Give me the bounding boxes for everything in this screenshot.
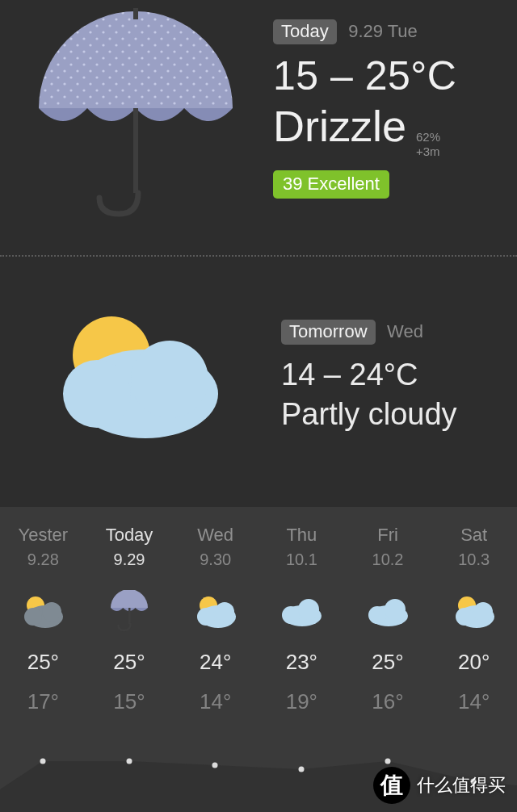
forecast-day-label: Sat: [431, 525, 517, 546]
svg-point-8: [131, 341, 208, 418]
forecast-day-label: Wed: [172, 525, 258, 546]
tomorrow-header: Tomorrow Wed: [281, 320, 501, 345]
umbrella-icon: [23, 3, 249, 229]
forecast-day[interactable]: Thu10.123°19°: [258, 520, 345, 812]
today-panel: Today 9.29 Tue 15 – 25°C Drizzle 62% +3m…: [0, 0, 517, 255]
forecast-low: 15°: [86, 689, 173, 714]
partly-cloudy-dark-icon: [0, 588, 86, 634]
tomorrow-condition: Partly cloudy: [281, 397, 501, 432]
forecast-high: 20°: [431, 650, 517, 675]
partly-cloudy-icon: [172, 588, 258, 634]
forecast-high: 25°: [86, 650, 173, 675]
tomorrow-badge: Tomorrow: [281, 320, 376, 345]
forecast-day[interactable]: Wed9.3024°14°: [172, 520, 258, 812]
cloud-icon: [345, 588, 431, 634]
forecast-high: 23°: [258, 650, 345, 675]
svg-point-12: [42, 602, 61, 622]
svg-rect-4: [133, 108, 138, 193]
cloud-icon: [258, 588, 345, 634]
forecast-low: 16°: [345, 689, 431, 714]
tomorrow-temp-range: 14 – 24°C: [281, 358, 501, 392]
watermark-text: 什么值得买: [417, 773, 506, 797]
svg-point-20: [298, 599, 319, 620]
aqi-badge[interactable]: 39 Excellent: [273, 170, 389, 199]
svg-rect-13: [128, 608, 131, 624]
today-badge: Today: [273, 19, 337, 44]
forecast-low: 14°: [172, 689, 258, 714]
today-header: Today 9.29 Tue: [273, 19, 501, 44]
svg-point-19: [282, 606, 300, 624]
forecast-day-label: Today: [86, 525, 173, 546]
watermark-logo: 值: [373, 767, 410, 804]
today-date: 9.29 Tue: [348, 21, 418, 41]
forecast-low: 17°: [0, 689, 86, 714]
forecast-day-date: 9.28: [0, 550, 86, 569]
forecast-day-date: 9.29: [86, 550, 173, 569]
today-condition: Drizzle: [273, 101, 406, 151]
forecast-day-date: 9.30: [172, 550, 258, 569]
forecast-day-date: 10.2: [345, 550, 431, 569]
forecast-day-label: Thu: [258, 525, 345, 546]
forecast-day[interactable]: Yester9.2825°17°: [0, 520, 86, 812]
forecast-day-date: 10.3: [431, 550, 517, 569]
forecast-low: 19°: [258, 689, 345, 714]
svg-rect-3: [133, 8, 138, 19]
tomorrow-day: Wed: [387, 321, 423, 341]
today-humidity: 62%: [416, 130, 440, 144]
svg-point-11: [24, 608, 42, 626]
svg-point-27: [473, 602, 493, 622]
forecast-day-label: Yester: [0, 525, 86, 546]
svg-point-23: [385, 599, 406, 620]
forecast-high: 25°: [0, 650, 86, 675]
today-temp-range: 15 – 25°C: [273, 52, 501, 99]
watermark: 值 什么值得买: [373, 767, 506, 804]
partly-cloudy-icon: [431, 588, 517, 634]
forecast-low: 14°: [431, 689, 517, 714]
svg-point-22: [368, 606, 386, 624]
forecast-day[interactable]: Today9.2925°15°: [86, 520, 173, 812]
today-extra-stats: 62% +3m: [416, 130, 440, 159]
svg-point-16: [197, 608, 215, 626]
today-condition-row: Drizzle 62% +3m: [273, 101, 501, 159]
forecast-day-date: 10.1: [258, 550, 345, 569]
svg-point-7: [63, 360, 131, 428]
svg-point-17: [215, 602, 234, 622]
forecast-high: 24°: [172, 650, 258, 675]
today-wind: +3m: [416, 144, 440, 158]
tomorrow-panel: Tomorrow Wed 14 – 24°C Partly cloudy: [0, 257, 517, 507]
forecast-day-label: Fri: [345, 525, 431, 546]
partly-cloudy-icon: [48, 305, 226, 450]
umbrella-small-icon: [86, 588, 173, 634]
forecast-high: 25°: [345, 650, 431, 675]
svg-point-26: [456, 608, 473, 626]
